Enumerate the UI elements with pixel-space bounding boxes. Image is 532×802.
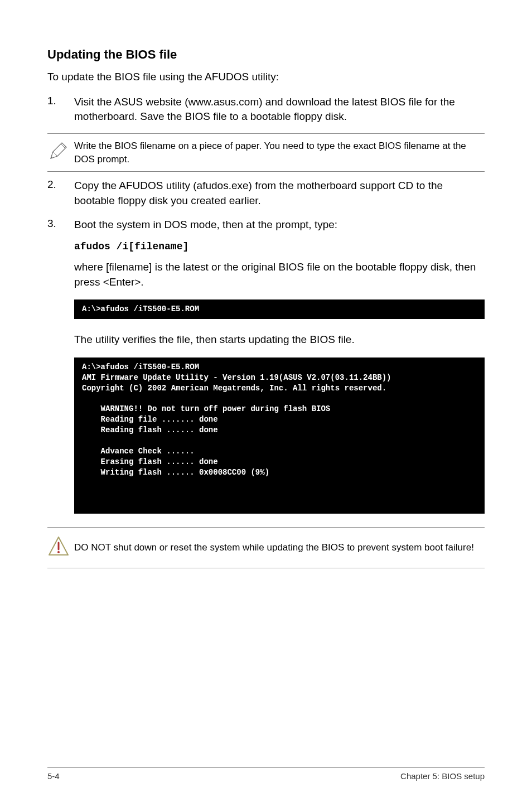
step-number: 2. — [47, 178, 74, 208]
note-text: Write the BIOS filename on a piece of pa… — [74, 139, 485, 166]
step-text: Copy the AFUDOS utility (afudos.exe) fro… — [74, 178, 485, 208]
step-3: 3. Boot the system in DOS mode, then at … — [47, 218, 485, 233]
pencil-icon — [47, 139, 74, 162]
step-text: Boot the system in DOS mode, then at the… — [74, 218, 337, 233]
step-3-continue: where [filename] is the latest or the or… — [74, 260, 485, 289]
footer-chapter: Chapter 5: BIOS setup — [400, 771, 485, 781]
verify-text: The utility verifies the file, then star… — [74, 332, 485, 347]
step-2: 2. Copy the AFUDOS utility (afudos.exe) … — [47, 178, 485, 208]
svg-point-1 — [57, 551, 60, 553]
intro-text: To update the BIOS file using the AFUDOS… — [47, 70, 485, 85]
step-text: Visit the ASUS website (www.asus.com) an… — [74, 95, 485, 124]
step-1: 1. Visit the ASUS website (www.asus.com)… — [47, 95, 485, 124]
warning-icon — [47, 535, 74, 560]
terminal-output-2: A:\>afudos /iTS500-E5.ROM AMI Firmware U… — [74, 357, 485, 514]
step-number: 3. — [47, 218, 74, 233]
code-command: afudos /i[filename] — [74, 241, 485, 252]
note-block: Write the BIOS filename on a piece of pa… — [47, 133, 485, 172]
warning-block: DO NOT shut down or reset the system whi… — [47, 527, 485, 568]
footer-page-number: 5-4 — [47, 771, 60, 781]
warning-text: DO NOT shut down or reset the system whi… — [74, 541, 474, 554]
page-footer: 5-4 Chapter 5: BIOS setup — [47, 767, 485, 781]
section-heading: Updating the BIOS file — [47, 47, 485, 62]
step-number: 1. — [47, 95, 74, 124]
terminal-output-1: A:\>afudos /iTS500-E5.ROM — [74, 299, 485, 319]
